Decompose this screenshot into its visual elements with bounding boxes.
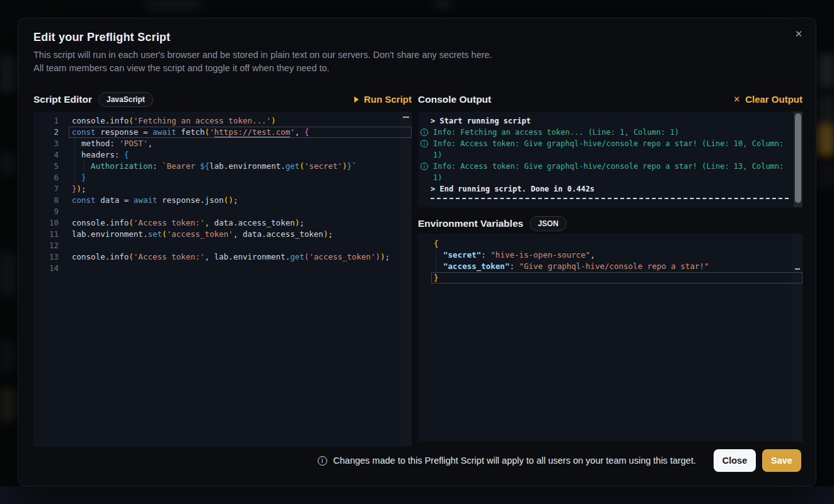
clear-output-button[interactable]: ✕ Clear Output — [733, 94, 802, 105]
info-icon: i — [420, 140, 428, 147]
line-number: 14 — [33, 263, 59, 274]
console-output-title: Console Output — [418, 94, 491, 105]
background-blur — [817, 123, 834, 156]
run-script-button[interactable]: Run Script — [354, 94, 412, 105]
code-line: 12 — [33, 240, 412, 251]
background-blur — [434, 0, 453, 8]
code-line: 3 method: 'POST', — [33, 138, 412, 149]
console-output-header: Console Output ✕ Clear Output — [418, 91, 802, 108]
background-blur — [818, 54, 834, 88]
footer-note: Changes made to this Preflight Script wi… — [333, 455, 696, 466]
json-badge: JSON — [530, 216, 567, 231]
console-line: > Start running script — [418, 115, 802, 127]
code-line: 6 } — [33, 172, 412, 183]
console-scrollbar-thumb[interactable] — [795, 113, 801, 203]
clear-icon: ✕ — [733, 94, 740, 104]
code-line: 4 headers: { — [33, 149, 412, 161]
code-line: "access_token": "Give graphql-hive/conso… — [418, 261, 802, 272]
code-line: 9 — [33, 206, 412, 217]
line-number: 13 — [33, 251, 59, 263]
modal-footer: i Changes made to this Preflight Script … — [18, 449, 801, 472]
line-number: 12 — [33, 240, 59, 251]
modal-title: Edit your Preflight Script — [33, 31, 170, 44]
code-line: 10console.info('Access token:', data.acc… — [33, 217, 412, 229]
code-line: 14 — [33, 263, 412, 274]
line-number: 9 — [33, 206, 59, 217]
environment-variables-editor[interactable]: { "secret": "hive-is-open-source", "acce… — [418, 234, 802, 442]
line-number: 8 — [33, 195, 59, 206]
background-blur — [0, 340, 16, 372]
code-line: } — [418, 272, 802, 284]
line-number: 5 — [33, 161, 59, 172]
line-number: 3 — [33, 138, 59, 149]
javascript-badge: JavaScript — [98, 92, 153, 107]
modal-description-line2: All team members can view the script and… — [33, 62, 330, 75]
code-line: 2const response = await fetch('https://t… — [33, 127, 412, 138]
background-blur — [145, 0, 202, 10]
background-page-strip — [0, 486, 834, 504]
preflight-script-modal: ✕ Edit your Preflight Script This script… — [18, 18, 816, 486]
console-separator — [431, 198, 789, 199]
background-blur — [0, 151, 15, 176]
info-icon: i — [318, 456, 327, 466]
line-number: 2 — [33, 127, 59, 138]
console-line: > End running script. Done in 0.442s — [418, 183, 802, 195]
background-blur — [0, 252, 16, 296]
console-output: > Start running scriptiInfo: Fetching an… — [418, 112, 802, 207]
background-blur — [0, 55, 16, 93]
background-blur — [818, 94, 834, 126]
line-number: 1 — [33, 115, 59, 127]
script-editor-title: Script Editor — [33, 94, 92, 105]
code-line: 11lab.environment.set('access_token', da… — [33, 229, 412, 240]
background-blur — [818, 163, 834, 188]
console-line: iInfo: Access token: Give graphql-hive/c… — [418, 161, 802, 183]
close-icon[interactable]: ✕ — [792, 27, 806, 41]
info-icon: i — [420, 129, 428, 136]
screen: ✕ Edit your Preflight Script This script… — [0, 0, 834, 504]
code-line: 7}); — [33, 183, 412, 195]
code-line: "secret": "hive-is-open-source", — [418, 249, 802, 261]
code-line: 1console.info('Fetching an access token.… — [33, 115, 412, 127]
code-line: { — [418, 238, 802, 249]
line-number: 6 — [33, 172, 59, 183]
environment-variables-title: Environment Variables — [418, 218, 523, 229]
code-line: 8const data = await response.json(); — [33, 195, 412, 206]
line-number: 11 — [33, 229, 59, 240]
clear-output-label: Clear Output — [745, 94, 802, 105]
code-line: 13console.info('Access token:', lab.envi… — [33, 251, 412, 263]
console-scrollbar-track[interactable] — [794, 112, 802, 207]
environment-variables-header: Environment Variables JSON — [418, 215, 802, 232]
console-line: iInfo: Fetching an access token... (Line… — [418, 127, 802, 138]
info-icon: i — [420, 163, 428, 170]
line-number: 10 — [33, 217, 59, 229]
script-editor-header: Script Editor JavaScript Run Script — [33, 91, 412, 108]
close-button[interactable]: Close — [714, 449, 756, 472]
line-number: 4 — [33, 149, 59, 161]
console-line: iInfo: Access token: Give graphql-hive/c… — [418, 138, 802, 161]
modal-description-line1: This script will run in each user's brow… — [33, 49, 492, 62]
play-icon — [354, 96, 359, 103]
code-line: 5 Authorization: `Bearer ${lab.environme… — [33, 161, 412, 172]
background-blur — [0, 387, 16, 422]
script-editor[interactable]: 1console.info('Fetching an access token.… — [33, 112, 412, 447]
save-button[interactable]: Save — [762, 449, 801, 472]
line-number: 7 — [33, 183, 59, 195]
run-script-label: Run Script — [364, 94, 412, 105]
